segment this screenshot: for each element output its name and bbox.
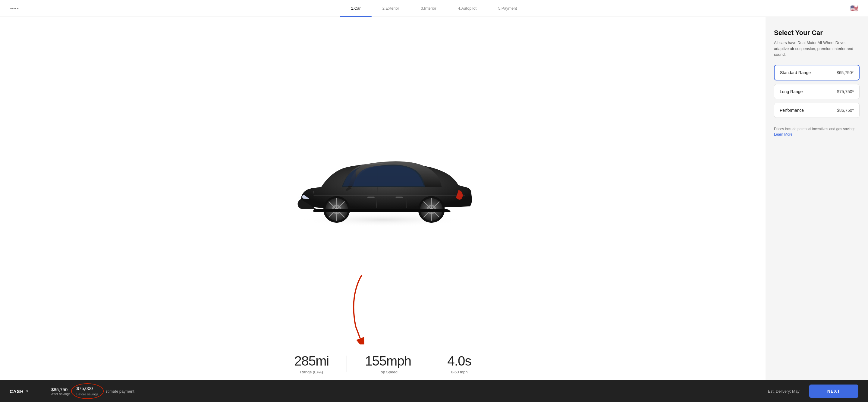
stat-acceleration-value: 4.0s xyxy=(447,353,471,369)
header: TESLA 1.Car 2.Exterior 3.Interior 4.Auto… xyxy=(0,0,868,17)
stat-acceleration-label: 0-60 mph xyxy=(447,370,471,374)
option-performance[interactable]: Performance $86,750* xyxy=(774,103,860,118)
stat-speed: 155mph Top Speed xyxy=(347,353,429,374)
stat-range-value: 285mi xyxy=(294,353,329,369)
delivery-info: Est. Delivery: May xyxy=(768,389,800,394)
svg-text:⊤: ⊤ xyxy=(312,190,315,194)
nav-step-payment[interactable]: 5.Payment xyxy=(487,0,528,17)
option-long-name: Long Range xyxy=(780,89,803,94)
option-long-range[interactable]: Long Range $75,750* xyxy=(774,84,860,99)
stat-speed-label: Top Speed xyxy=(365,370,411,374)
bottom-bar: CASH ▾ $65,750 After savings $75,000 Bef… xyxy=(0,380,868,402)
tesla-logo: TESLA xyxy=(10,5,28,12)
option-standard-price: $65,750* xyxy=(837,70,854,75)
nav-step-car[interactable]: 1.Car xyxy=(340,0,372,17)
stat-acceleration: 4.0s 0-60 mph xyxy=(429,353,489,374)
delivery-text: Est. Delivery: May xyxy=(768,389,800,394)
stat-range-label: Range (EPA) xyxy=(294,370,329,374)
price-note: Prices include potential incentives and … xyxy=(774,126,860,137)
svg-rect-25 xyxy=(396,196,403,198)
car-section: ⊤ xyxy=(0,17,766,380)
learn-more-link[interactable]: Learn More xyxy=(774,132,792,136)
selector-subtitle: All cars have Dual Motor All-Wheel Drive… xyxy=(774,40,860,58)
stat-speed-value: 155mph xyxy=(365,353,411,369)
estimate-payment-link[interactable]: stimate payment xyxy=(105,389,134,394)
svg-text:TESLA: TESLA xyxy=(10,7,19,9)
nav-step-exterior[interactable]: 2.Exterior xyxy=(372,0,410,17)
after-savings-info: $65,750 After savings xyxy=(51,387,70,396)
stat-range: 285mi Range (EPA) xyxy=(276,353,347,374)
red-circle-annotation xyxy=(71,383,104,399)
svg-rect-24 xyxy=(367,196,375,198)
option-standard-name: Standard Range xyxy=(780,70,811,75)
selector-title: Select Your Car xyxy=(774,29,860,37)
option-long-price: $75,750* xyxy=(837,89,854,94)
flag-icon: 🇺🇸 xyxy=(850,4,858,12)
nav-steps: 1.Car 2.Exterior 3.Interior 4.Autopilot … xyxy=(340,0,528,17)
payment-method-selector[interactable]: CASH ▾ xyxy=(10,389,43,394)
next-button[interactable]: NEXT xyxy=(809,384,858,398)
main-content: ⊤ xyxy=(0,17,868,380)
selector-panel: Select Your Car All cars have Dual Motor… xyxy=(766,17,868,380)
nav-step-interior[interactable]: 3.Interior xyxy=(410,0,447,17)
car-image: ⊤ xyxy=(280,135,485,232)
after-savings-label: After savings xyxy=(51,392,70,396)
annotation-arrow xyxy=(344,272,410,344)
option-performance-name: Performance xyxy=(780,108,804,113)
option-standard-range[interactable]: Standard Range $65,750* xyxy=(774,65,860,81)
cash-label: CASH xyxy=(10,389,24,394)
option-performance-price: $86,750* xyxy=(837,108,854,113)
nav-step-autopilot[interactable]: 4.Autopilot xyxy=(447,0,487,17)
before-savings-info: $75,000 Before savings xyxy=(76,386,98,397)
after-savings-price: $65,750 xyxy=(51,387,70,392)
chevron-down-icon: ▾ xyxy=(26,389,28,393)
car-stats: 285mi Range (EPA) 155mph Top Speed 4.0s … xyxy=(277,353,488,374)
